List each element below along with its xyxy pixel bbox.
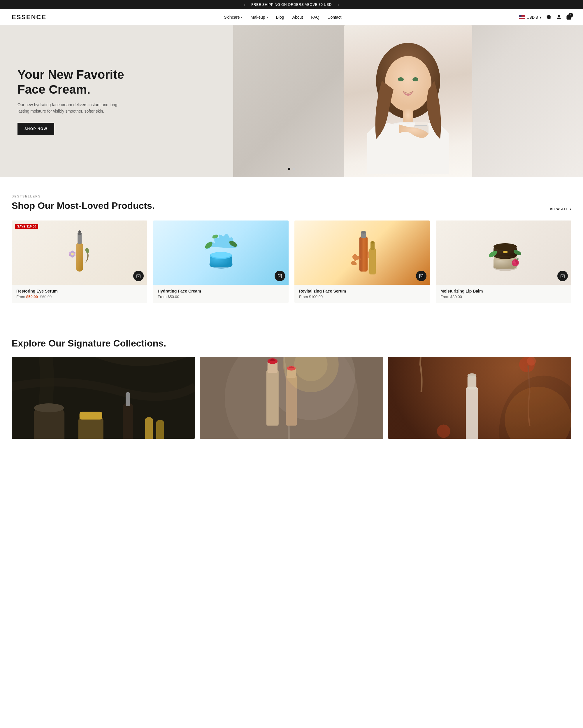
svg-point-33 xyxy=(361,231,366,234)
svg-point-84 xyxy=(437,425,450,438)
svg-point-6 xyxy=(398,77,404,81)
product-image-serum xyxy=(65,228,94,277)
nav-item-about[interactable]: About xyxy=(293,15,303,20)
svg-point-2 xyxy=(558,15,560,17)
svg-point-7 xyxy=(413,77,418,81)
svg-point-37 xyxy=(370,241,374,243)
hero-section: Your New Favorite Face Cream. Our new hy… xyxy=(0,25,583,177)
save-badge-1: SAVE $10.00 xyxy=(15,224,38,229)
svg-point-57 xyxy=(34,404,64,412)
announcement-next-button[interactable]: › xyxy=(338,2,339,7)
chevron-down-icon: ▾ xyxy=(241,16,243,19)
shopping-bag-icon xyxy=(136,274,141,278)
product-price-2: From $50.00 xyxy=(158,294,284,299)
product-card-4[interactable]: Moisturizing Lip Balm From $30.00 xyxy=(436,220,571,303)
svg-rect-62 xyxy=(145,417,153,439)
product-name-2: Hydrating Face Cream xyxy=(158,289,284,293)
hero-title: Your New Favorite Face Cream. xyxy=(18,68,128,97)
product-price-value-3: $100.00 xyxy=(309,294,323,299)
svg-rect-46 xyxy=(504,251,507,253)
collection-card-3[interactable] xyxy=(388,357,571,439)
hero-dot-2[interactable] xyxy=(293,168,295,170)
announcement-text: FREE SHIPPING ON ORDERS ABOVE 30 USD xyxy=(251,3,332,7)
add-to-cart-button-2[interactable] xyxy=(275,271,285,281)
collection-image-1 xyxy=(12,357,195,439)
product-image-1: SAVE $10.00 xyxy=(12,220,147,285)
section-header: Shop Our Most-Loved Products. VIEW ALL › xyxy=(12,200,571,211)
product-price-value-2: $50.00 xyxy=(168,294,179,299)
svg-rect-85 xyxy=(466,387,478,439)
flag-icon xyxy=(519,15,525,19)
currency-selector[interactable]: USD $ ▾ xyxy=(519,15,542,20)
product-price-1: From $50.00 $60.00 xyxy=(16,294,142,299)
product-price-3: From $100.00 xyxy=(299,294,425,299)
product-image-lip xyxy=(485,229,523,276)
svg-rect-12 xyxy=(415,125,427,126)
product-info-2: Hydrating Face Cream From $50.00 xyxy=(153,285,288,303)
collections-section: Explore Our Signature Collections. xyxy=(0,320,583,456)
svg-rect-34 xyxy=(360,237,361,271)
header-actions: USD $ ▾ 1 xyxy=(519,15,571,20)
svg-rect-14 xyxy=(78,234,82,244)
product-info-3: Revitalizing Face Serum From $100.00 xyxy=(295,285,430,303)
search-icon xyxy=(546,15,552,20)
chevron-right-icon: › xyxy=(570,207,571,211)
product-image-3 xyxy=(295,220,430,285)
svg-rect-58 xyxy=(78,417,104,439)
collection-image-2 xyxy=(200,357,383,439)
nav-item-skincare[interactable]: Skincare ▾ xyxy=(224,15,242,20)
hero-cta-button[interactable]: SHOP NOW xyxy=(18,123,54,135)
svg-point-21 xyxy=(85,247,89,254)
add-to-cart-button-1[interactable] xyxy=(133,271,144,281)
collection-card-1[interactable] xyxy=(12,357,195,439)
nav-item-makeup[interactable]: Makeup ▾ xyxy=(251,15,268,20)
product-card-2[interactable]: Hydrating Face Cream From $50.00 xyxy=(153,220,288,303)
nav-item-faq[interactable]: FAQ xyxy=(311,15,319,20)
bestsellers-title: Shop Our Most-Loved Products. xyxy=(12,200,155,211)
svg-rect-56 xyxy=(34,409,64,439)
announcement-prev-button[interactable]: ‹ xyxy=(244,2,245,7)
hero-background xyxy=(233,25,583,177)
cart-button[interactable]: 1 xyxy=(566,15,571,20)
collections-title: Explore Our Signature Collections. xyxy=(12,338,571,349)
add-to-cart-button-4[interactable] xyxy=(557,271,568,281)
view-all-link[interactable]: VIEW ALL › xyxy=(550,207,571,211)
svg-point-82 xyxy=(527,357,536,365)
product-card-1[interactable]: SAVE $10.00 Restoring Eye Serum From $50… xyxy=(12,220,147,303)
product-image-face-serum xyxy=(345,228,380,277)
nav-item-contact[interactable]: Contact xyxy=(327,15,341,20)
currency-chevron-icon: ▾ xyxy=(539,15,542,20)
svg-point-5 xyxy=(385,56,432,111)
logo[interactable]: ESSENCE xyxy=(12,14,46,21)
collection-card-2[interactable] xyxy=(200,357,383,439)
shopping-bag-icon xyxy=(278,274,282,278)
product-image-2 xyxy=(153,220,288,285)
products-grid: SAVE $10.00 Restoring Eye Serum From $50… xyxy=(12,220,571,303)
announcement-bar: ‹ FREE SHIPPING ON ORDERS ABOVE 30 USD › xyxy=(0,0,583,9)
hero-dot-1[interactable] xyxy=(288,168,290,170)
search-button[interactable] xyxy=(546,15,552,20)
svg-point-26 xyxy=(211,252,231,258)
shopping-bag-icon xyxy=(560,274,565,278)
svg-rect-60 xyxy=(123,404,133,439)
product-original-price-1: $60.00 xyxy=(40,294,52,299)
svg-point-87 xyxy=(467,373,476,378)
hero-content: Your New Favorite Face Cream. Our new hy… xyxy=(0,50,140,153)
product-card-3[interactable]: Revitalizing Face Serum From $100.00 xyxy=(295,220,430,303)
svg-point-44 xyxy=(494,243,517,250)
nav-item-blog[interactable]: Blog xyxy=(276,15,284,20)
product-image-4 xyxy=(436,220,571,285)
account-button[interactable] xyxy=(556,15,561,20)
svg-rect-13 xyxy=(76,242,83,271)
add-to-cart-button-3[interactable] xyxy=(416,271,426,281)
product-price-4: From $30.00 xyxy=(441,294,567,299)
svg-rect-69 xyxy=(267,370,279,426)
bestsellers-label: BESTSELLERS xyxy=(12,194,571,198)
svg-point-16 xyxy=(78,230,81,233)
svg-rect-35 xyxy=(369,248,376,275)
svg-rect-63 xyxy=(156,420,164,439)
collection-image-3 xyxy=(388,357,571,439)
product-price-value-4: $30.00 xyxy=(450,294,462,299)
user-icon xyxy=(556,15,561,20)
svg-point-0 xyxy=(547,15,550,19)
